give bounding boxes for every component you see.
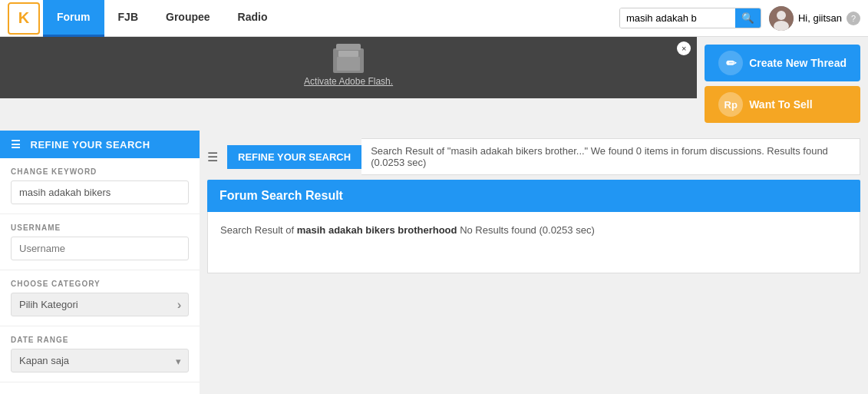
avatar <box>769 6 794 31</box>
svg-point-1 <box>777 11 786 20</box>
date-label: DATE RANGE <box>11 336 189 344</box>
result-header: Forum Search Result <box>207 180 860 212</box>
username-label: USERNAME <box>11 223 189 232</box>
search-bar: 🔍 <box>619 8 761 28</box>
category-select-wrap: Pilih Kategori › <box>11 293 189 316</box>
sidebar-date-section: DATE RANGE Kapan saja ▾ <box>0 326 200 382</box>
search-button[interactable]: 🔍 <box>735 8 761 28</box>
nav-tab-radio[interactable]: Radio <box>224 0 282 37</box>
nav-tab-forum[interactable]: Forum <box>43 0 104 37</box>
action-buttons: ✏ Create New Thread Rp Want To Sell <box>697 37 868 131</box>
create-thread-button[interactable]: ✏ Create New Thread <box>705 45 860 81</box>
ad-banner-content: Activate Adobe Flash. <box>304 48 393 87</box>
content-area: ☰ REFINE YOUR SEARCH Search Result of "m… <box>200 131 868 394</box>
top-row: ☰ REFINE YOUR SEARCH Search Result of "m… <box>207 131 860 180</box>
sidebar-refine-section: Refine Search <box>0 382 200 394</box>
date-select-wrap: Kapan saja ▾ <box>11 349 189 372</box>
sidebar-header: ☰ REFINE YOUR SEARCH <box>0 131 200 158</box>
ad-banner: Activate Adobe Flash. × <box>0 37 697 98</box>
sidebar-category-section: CHOOSE CATEGORY Pilih Kategori › <box>0 270 200 326</box>
svg-rect-4 <box>337 57 360 71</box>
date-select[interactable]: Kapan saja <box>11 349 189 372</box>
help-icon[interactable]: ? <box>847 12 860 25</box>
want-to-sell-button[interactable]: Rp Want To Sell <box>705 86 860 123</box>
search-input[interactable] <box>620 8 735 28</box>
sidebar: ☰ REFINE YOUR SEARCH CHANGE KEYWORD USER… <box>0 131 200 394</box>
username-input[interactable] <box>11 237 189 260</box>
create-thread-icon: ✏ <box>718 51 743 75</box>
user-area: Hi, giitsan ? <box>769 6 860 31</box>
nav-tab-groupee[interactable]: Groupee <box>152 0 224 37</box>
sidebar-keyword-section: CHANGE KEYWORD <box>0 158 200 214</box>
flash-icon <box>333 48 364 73</box>
close-ad-button[interactable]: × <box>677 41 691 55</box>
navbar: K Forum FJB Groupee Radio 🔍 Hi, giitsan … <box>0 0 868 37</box>
nav-tab-fjb[interactable]: FJB <box>104 0 152 37</box>
activate-flash-link[interactable]: Activate Adobe Flash. <box>304 76 393 87</box>
logo[interactable]: K <box>8 2 40 35</box>
search-keyword: masih adakah bikers brotherhood <box>297 224 457 236</box>
results-container: Forum Search Result Search Result of mas… <box>207 180 860 273</box>
sidebar-username-section: USERNAME <box>0 214 200 270</box>
user-greeting: Hi, giitsan <box>798 12 842 24</box>
category-select[interactable]: Pilih Kategori <box>11 293 189 316</box>
search-result-info: Search Result of "masih adakah bikers br… <box>361 138 860 175</box>
refine-tab: REFINE YOUR SEARCH <box>227 145 361 169</box>
svg-rect-3 <box>338 51 358 57</box>
keyword-input[interactable] <box>11 180 189 204</box>
result-body: Search Result of masih adakah bikers bro… <box>207 212 860 273</box>
want-to-sell-icon: Rp <box>718 92 743 117</box>
category-label: CHOOSE CATEGORY <box>11 280 189 288</box>
list-icon[interactable]: ☰ <box>207 150 218 164</box>
keyword-label: CHANGE KEYWORD <box>11 167 189 176</box>
main-layout: ☰ REFINE YOUR SEARCH CHANGE KEYWORD USER… <box>0 131 868 394</box>
